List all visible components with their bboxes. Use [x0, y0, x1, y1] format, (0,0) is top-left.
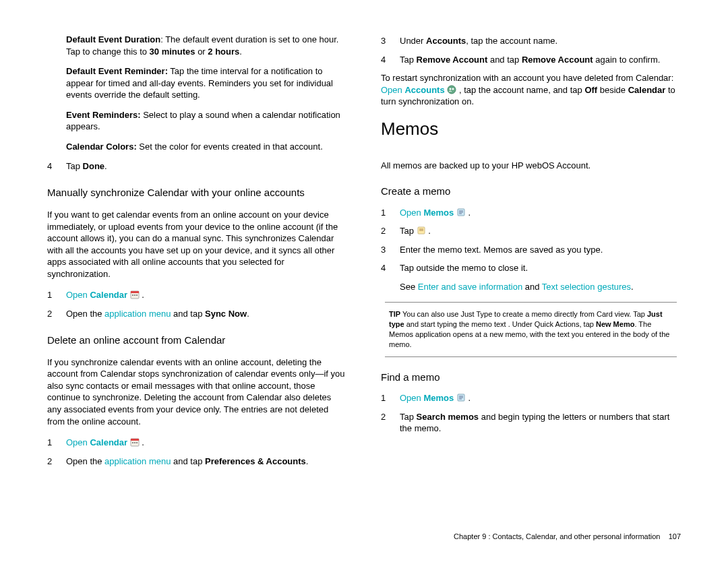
memos-icon	[456, 393, 466, 402]
svg-rect-9	[136, 442, 138, 443]
svg-rect-8	[134, 442, 135, 443]
step-open-memos-1: 1 Open Memos .	[381, 207, 681, 219]
open-link[interactable]: Open Memos	[400, 208, 454, 218]
section-manual-sync-body: If you want to get calendar events from …	[47, 209, 347, 280]
svg-rect-2	[132, 294, 133, 296]
open-link[interactable]: Open Memos	[400, 393, 454, 403]
step-prefs-accounts: 2 Open the application menu and tap Pref…	[47, 456, 347, 468]
memos-icon	[456, 208, 466, 217]
accounts-icon	[447, 85, 456, 94]
open-link[interactable]: Open Calendar	[66, 437, 127, 447]
memos-title: Memos	[381, 117, 681, 141]
calendar-icon	[130, 437, 140, 447]
step-tap-done: 4 Tap Done.	[47, 160, 347, 173]
step-open-calendar-1: 1 Open Calendar .	[47, 289, 347, 301]
step-tap-new-memo: 2 Tap .	[381, 225, 681, 237]
calendar-icon	[130, 290, 140, 299]
svg-rect-1	[131, 291, 139, 293]
page-footer: Chapter 9 : Contacts, Calendar, and othe…	[454, 532, 681, 542]
application-menu-link[interactable]: application menu	[104, 456, 171, 466]
svg-point-11	[450, 88, 452, 90]
step-remove-account: 4 Tap Remove Account and tap Remove Acco…	[381, 54, 681, 66]
svg-point-12	[452, 88, 454, 90]
definition-default-reminder: Default Event Reminder: Tap the time int…	[47, 65, 347, 101]
left-column: Default Event Duration: The default even…	[47, 34, 347, 526]
tip-box: TIP You can also use Just Type to create…	[385, 302, 677, 356]
section-delete-account-body: If you synchronize calendar events with …	[47, 356, 347, 427]
step-search-memos: 2 Tap Search memos and begin typing the …	[381, 411, 681, 435]
find-memo-title: Find a memo	[381, 371, 681, 384]
step-sync-now: 2 Open the application menu and tap Sync…	[47, 308, 347, 320]
memos-intro: All memos are backed up to your HP webOS…	[381, 160, 681, 172]
section-manual-sync-title: Manually synchronize Calendar with your …	[47, 186, 347, 199]
restart-sync-paragraph: To restart synchronization with an accou…	[381, 72, 681, 108]
create-memo-title: Create a memo	[381, 185, 681, 198]
step-tap-outside: 4 Tap outside the memo to close it.	[381, 262, 681, 274]
right-column: 3 Under Accounts, tap the account name. …	[381, 34, 681, 526]
step-open-memos-2: 1 Open Memos .	[381, 392, 681, 404]
definition-calendar-colors: Calendar Colors: Set the color for event…	[47, 141, 347, 153]
svg-rect-4	[136, 294, 138, 296]
see-also: See Enter and save information and Text …	[381, 281, 681, 293]
new-memo-icon	[417, 226, 426, 235]
enter-save-info-link[interactable]: Enter and save information	[418, 282, 522, 292]
text-selection-gestures-link[interactable]: Text selection gestures	[542, 282, 631, 292]
step-enter-memo-text: 3 Enter the memo text. Memos are saved a…	[381, 244, 681, 256]
application-menu-link[interactable]: application menu	[104, 309, 171, 319]
definition-event-reminders: Event Reminders: Select to play a sound …	[47, 109, 347, 133]
step-open-calendar-2: 1 Open Calendar .	[47, 437, 347, 449]
section-delete-account-title: Delete an online account from Calendar	[47, 334, 347, 347]
svg-rect-3	[134, 294, 135, 296]
svg-rect-6	[131, 439, 139, 441]
open-link[interactable]: Open Calendar	[66, 290, 127, 300]
svg-rect-7	[132, 442, 133, 443]
step-tap-account-name: 3 Under Accounts, tap the account name.	[381, 35, 681, 47]
svg-point-10	[448, 86, 456, 94]
open-link[interactable]: Open Accounts	[381, 85, 445, 95]
definition-default-duration: Default Event Duration: The default even…	[47, 34, 347, 57]
